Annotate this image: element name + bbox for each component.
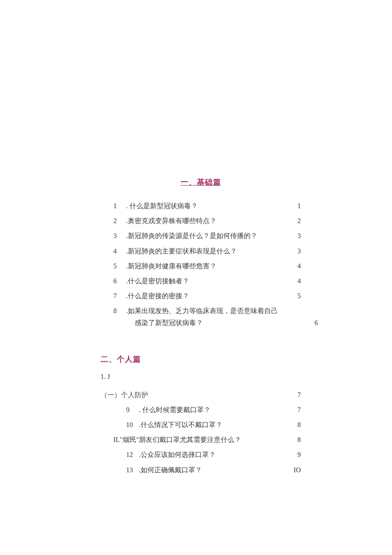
section-2-toc: 9 . 什么时候需要戴口罩？ 7 10 .什么情况下可以不戴口罩？ 8 IL"烟… xyxy=(126,404,301,476)
toc-text: .什么是密切接触者？ xyxy=(126,275,288,287)
toc-page: 8 xyxy=(288,419,301,430)
toc-page: 1 xyxy=(288,200,301,212)
toc-number: 12 xyxy=(126,449,139,460)
toc-page: 6 xyxy=(305,317,318,328)
toc-text: IL"烟民"朋友们戴口罩尤其需要注意什么？ xyxy=(113,434,288,445)
section-1-toc: 1 . 什么是新型冠状病毒？ 1 2 .奥密克戎变异株有哪些特点？ 2 3 .新… xyxy=(113,200,301,328)
toc-entry: 7 .什么是密接的密接？ 5 xyxy=(113,290,301,302)
toc-entry: 4 .新冠肺炎的主要症状和表现是什么？ 3 xyxy=(113,245,301,257)
toc-text: .什么是密接的密接？ xyxy=(126,290,288,302)
toc-number: 3 xyxy=(113,230,126,241)
section-1-title: 一、基础篇 xyxy=(101,177,301,187)
toc-entry: 12 .公众应该如何选择口罩？ 9 xyxy=(126,449,301,460)
toc-entry: 6 .什么是密切接触者？ 4 xyxy=(113,275,301,287)
toc-text-line2: 感染了新型冠状病毒？ xyxy=(126,317,301,328)
toc-text: . 什么时候需要戴口罩？ xyxy=(139,404,288,416)
section-2-title: 二、个人篇 xyxy=(101,354,301,364)
toc-entry: 9 . 什么时候需要戴口罩？ 7 xyxy=(126,404,301,416)
subsection-header: （一）个人防护 7 xyxy=(101,389,301,401)
document-content: 一、基础篇 1 . 什么是新型冠状病毒？ 1 2 .奥密克戎变异株有哪些特点？ … xyxy=(101,177,301,479)
subsection-title: （一）个人防护 xyxy=(101,389,288,401)
toc-entry: 5 .新冠肺炎对健康有哪些危害？ 4 xyxy=(113,260,301,272)
toc-text: .公众应该如何选择口罩？ xyxy=(139,449,288,460)
toc-entry: 2 .奥密克戎变异株有哪些特点？ 2 xyxy=(113,215,301,227)
subsection-page: 7 xyxy=(288,389,301,401)
toc-text: .如果出现发热、乏力等临床表现，是否意味着自己 感染了新型冠状病毒？ xyxy=(126,305,305,328)
toc-entry: 3 .新冠肺炎的传染源是什么？是如何传播的？ 3 xyxy=(113,230,301,241)
toc-page: 5 xyxy=(288,290,301,302)
toc-number: 1 xyxy=(113,200,126,212)
toc-page: 3 xyxy=(288,245,301,257)
toc-entry-special: IL"烟民"朋友们戴口罩尤其需要注意什么？ 8 xyxy=(113,434,301,445)
toc-number: 8 xyxy=(113,305,126,317)
toc-page: 4 xyxy=(288,275,301,287)
toc-entry: 8 .如果出现发热、乏力等临床表现，是否意味着自己 感染了新型冠状病毒？ 6 xyxy=(113,305,301,328)
toc-entry: 13 .如何正确佩戴口罩？ IO xyxy=(126,464,301,476)
toc-text-line1: .如果出现发热、乏力等临床表现，是否意味着自己 xyxy=(126,307,278,314)
section-2-sublabel: 1. J xyxy=(101,373,301,381)
toc-number: 10 xyxy=(126,419,139,430)
toc-page: 3 xyxy=(288,230,301,241)
toc-number: 6 xyxy=(113,275,126,287)
toc-page: 9 xyxy=(288,449,301,460)
toc-page: 8 xyxy=(288,434,301,445)
toc-number: 2 xyxy=(113,215,126,227)
toc-entry: 10 .什么情况下可以不戴口罩？ 8 xyxy=(126,419,301,430)
toc-text: .新冠肺炎的主要症状和表现是什么？ xyxy=(126,245,288,257)
toc-text: .如何正确佩戴口罩？ xyxy=(139,464,288,476)
toc-number: 5 xyxy=(113,260,126,272)
toc-number: 7 xyxy=(113,290,126,302)
toc-page: 7 xyxy=(288,404,301,416)
toc-entry: 1 . 什么是新型冠状病毒？ 1 xyxy=(113,200,301,212)
toc-text: .新冠肺炎的传染源是什么？是如何传播的？ xyxy=(126,230,288,241)
toc-text: .奥密克戎变异株有哪些特点？ xyxy=(126,215,288,227)
toc-number: 4 xyxy=(113,245,126,257)
toc-page: 2 xyxy=(288,215,301,227)
toc-page: IO xyxy=(288,464,301,476)
toc-text: .什么情况下可以不戴口罩？ xyxy=(139,419,288,430)
toc-text: .新冠肺炎对健康有哪些危害？ xyxy=(126,260,288,272)
toc-page: 4 xyxy=(288,260,301,272)
toc-number: 13 xyxy=(126,464,139,476)
toc-text: . 什么是新型冠状病毒？ xyxy=(126,200,288,212)
toc-number: 9 xyxy=(126,404,139,416)
